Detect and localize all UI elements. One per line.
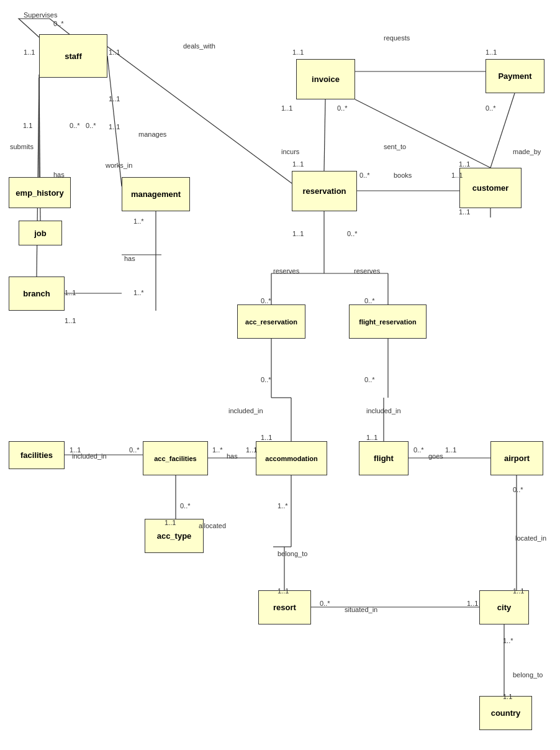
entity-resort: resort: [258, 590, 311, 624]
label-deals-with: deals_with: [183, 42, 215, 50]
label-1-1-payment: 1..1: [485, 48, 497, 56]
label-1-1-branch2: 1..1: [65, 317, 76, 324]
label-1-1-invoice: 1..1: [292, 48, 304, 56]
label-0star-alloc: 0..*: [180, 502, 191, 510]
label-1star-accf: 1..*: [212, 446, 223, 454]
entity-flight-reservation: flight_reservation: [349, 304, 427, 339]
label-supervises: Supervises: [24, 11, 57, 19]
entity-invoice: invoice: [296, 59, 355, 99]
entity-payment: Payment: [485, 59, 544, 93]
diagram-container: staff emp_history job branch management …: [0, 0, 560, 750]
label-1star-accm: 1..*: [278, 502, 288, 510]
label-reserves2: reserves: [354, 267, 380, 275]
entity-flight: flight: [359, 441, 409, 475]
label-0star-goes: 0..*: [413, 446, 424, 454]
label-manages: manages: [138, 130, 166, 138]
label-0star-inv: 0..*: [337, 104, 348, 112]
label-0star-flt: 0..*: [364, 297, 375, 304]
label-made-by: made_by: [513, 148, 541, 155]
entity-job: job: [19, 221, 62, 245]
label-1-1-staff-right: 1..1: [109, 48, 120, 56]
label-1-1-air: 1..1: [513, 587, 524, 595]
label-0star-air: 0..*: [513, 486, 523, 493]
label-0star-res2: 0..*: [347, 230, 358, 237]
entity-staff: staff: [39, 34, 107, 78]
label-1-1-submits: 1.1: [23, 122, 32, 129]
label-requests: requests: [384, 34, 410, 42]
entity-acc-reservation: acc_reservation: [237, 304, 305, 339]
label-0star-has: 0..*: [70, 122, 80, 129]
label-1star-mgmt: 1..*: [133, 217, 144, 225]
label-0star-flt2: 0..*: [364, 376, 375, 383]
label-0star-fac: 0..*: [129, 446, 140, 454]
label-situated-in: situated_in: [345, 606, 377, 613]
label-1-1-a: 1..1: [109, 95, 120, 103]
label-1-1-acc: 1..1: [261, 434, 272, 441]
label-has: has: [53, 171, 65, 178]
label-reserves1: reserves: [273, 267, 299, 275]
svg-line-11: [355, 99, 490, 168]
label-submits: submits: [10, 143, 34, 150]
label-books: books: [394, 171, 412, 179]
label-0star-1: 0..*: [53, 20, 64, 27]
entity-customer: customer: [459, 168, 522, 208]
label-1-1-res2: 1..1: [292, 230, 304, 237]
label-1-1-staff-left: 1..1: [24, 48, 35, 56]
label-belong-to2: belong_to: [513, 671, 543, 679]
entity-emp-history: emp_history: [9, 177, 71, 208]
entity-airport: airport: [490, 441, 543, 475]
label-has-mgmt: has: [124, 255, 135, 262]
label-1-1-city: 1..1: [467, 600, 478, 607]
label-1-1-acct: 1..1: [165, 519, 176, 526]
label-sent-to: sent_to: [384, 143, 406, 150]
label-allocated: allocated: [199, 522, 226, 529]
label-1-1-cust3: 1..1: [459, 208, 470, 216]
svg-line-4: [107, 47, 292, 183]
label-1-1-res: 1..1: [292, 160, 304, 168]
label-0star-acc: 0..*: [261, 297, 271, 304]
entity-branch: branch: [9, 277, 65, 311]
label-1star-city: 1..*: [503, 637, 513, 644]
label-1-1-cust2: 1..1: [459, 160, 470, 168]
entity-facilities: facilities: [9, 441, 65, 469]
label-included-in3: included_in: [72, 452, 107, 460]
connection-lines: [0, 0, 560, 750]
label-incurs: incurs: [281, 148, 299, 155]
label-0star-resort: 0..*: [320, 600, 330, 607]
label-1-1-cust: 1..1: [451, 171, 463, 179]
label-1-1-goes: 1..1: [445, 446, 456, 454]
label-located-in: located_in: [515, 534, 546, 542]
label-belong-to1: belong_to: [278, 550, 307, 557]
label-1-1-inv2: 1..1: [281, 104, 292, 112]
entity-acc-facilities: acc_facilities: [143, 441, 208, 475]
label-1-1-flt: 1..1: [366, 434, 377, 441]
label-0star-res: 0..*: [359, 171, 370, 179]
label-has-acc: has: [227, 452, 238, 460]
label-1-1-country: 1.1: [503, 693, 512, 700]
entity-reservation: reservation: [292, 171, 357, 211]
svg-line-10: [324, 99, 325, 171]
label-1-1-resort: 1..1: [278, 587, 289, 595]
entity-management: management: [122, 177, 190, 211]
entity-city: city: [479, 590, 529, 624]
label-goes: goes: [428, 452, 443, 460]
label-1-1-accf: 1..1: [246, 446, 257, 454]
label-included-in1: included_in: [228, 407, 263, 414]
label-works-in: works_in: [106, 162, 132, 169]
label-1-1-b: 1..1: [109, 123, 120, 130]
label-0star-pay: 0..*: [485, 104, 496, 112]
label-0star-acc2: 0..*: [261, 376, 271, 383]
entity-country: country: [479, 696, 532, 730]
label-0star-has2: 0..*: [86, 122, 96, 129]
label-1-1-branch: 1..1: [65, 289, 76, 296]
label-included-in2: included_in: [366, 407, 401, 414]
label-1star-mgmt2: 1..*: [133, 289, 144, 296]
entity-accommodation: accommodation: [256, 441, 327, 475]
